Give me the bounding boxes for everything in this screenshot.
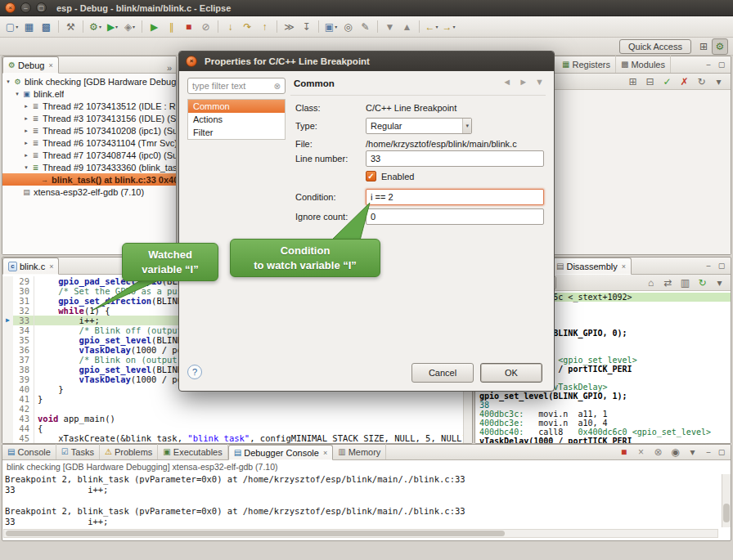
tab-close-icon[interactable]: × [48,61,52,69]
disassembly-view-menu-icon[interactable]: ▾ [712,275,727,290]
code-line[interactable]: 41} [2,394,463,404]
disassembly-line[interactable]: 38 [479,401,731,410]
window-close-button[interactable]: × [5,2,16,13]
window-minimize-button[interactable]: – [20,2,31,13]
collapse-all-icon[interactable]: ⊟ [642,74,658,89]
history-dropdown-icon[interactable]: ▼ [535,77,544,87]
ignore-count-input[interactable]: 0 [366,208,544,225]
toolbar-overflow-icon[interactable]: » [163,63,176,73]
debug-tree-item[interactable]: ▸≣Thread #7 1073408744 (ipc0) (Susp [2,149,176,161]
tree-expander[interactable]: ▸ [22,128,30,134]
step-return-icon[interactable]: ↑ [257,19,272,34]
view-menu-icon[interactable]: ▾ [711,74,726,89]
tree-expander[interactable]: ▸ [22,140,30,146]
tab-debugger-console[interactable]: ▤Debugger Console× [228,445,333,460]
dialog-close-button[interactable]: × [186,56,197,67]
next-annotation-icon[interactable]: ▼ [382,19,398,34]
tab-executables[interactable]: ▣Executables [158,444,227,459]
tab-debug[interactable]: ⚙ Debug × [2,56,59,74]
dialog-filter-input[interactable]: type filter text ⊗ [187,78,286,94]
new-c-project-icon[interactable]: ▣▾ [323,19,339,34]
forward-history-icon[interactable]: →▾ [441,19,456,34]
tab-tasks[interactable]: ☑Tasks [56,444,100,459]
tab-modules[interactable]: ▩Modules [616,56,671,73]
tree-expander[interactable]: ▾ [4,78,12,85]
tab-close-icon[interactable]: × [49,262,53,271]
debug-tree-item[interactable]: ▸≣Thread #5 1073410208 (ipc1) (Susp [2,124,176,137]
code-line[interactable]: 43void app_main() [2,414,463,423]
debug-tree-item[interactable]: ▸≣Thread #6 1073431104 (Tmr Svc) (S [2,137,176,149]
debug-tree-item[interactable]: →blink_task() at blink.c:33 0x400db [2,173,176,186]
disassembly-line[interactable]: 400dbc40: call8 0x400dc6c0 <gpio_set_lev… [479,428,731,437]
remove-all-launches-icon[interactable]: ⊗ [650,445,666,460]
chevron-down-icon[interactable]: ▾ [462,119,471,133]
previous-annotation-icon[interactable]: ▲ [399,19,415,34]
tab-close-icon[interactable]: × [622,262,626,271]
dialog-section-common[interactable]: Common [188,100,285,113]
tab-blink-c[interactable]: c blink.c × [2,258,59,275]
enable-selected-icon[interactable]: ✓ [659,74,675,89]
save-icon[interactable]: ▦ [21,19,37,34]
run-as-icon[interactable]: ▶▾ [105,19,120,34]
code-line[interactable]: 45 xTaskCreate(&blink_task, "blink_task"… [2,433,463,443]
type-dropdown[interactable]: Regular ▾ [366,118,472,134]
debug-tree-item[interactable]: ▾▣blink.elf [2,87,176,100]
maximize-icon[interactable]: ▢ [716,59,727,70]
maximize-icon[interactable]: ▢ [716,446,727,458]
disassembly-line[interactable]: 400dbc3e: movi.n a10, 4 [479,419,731,428]
step-into-icon[interactable]: ↓ [223,19,238,34]
terminate-console-icon[interactable]: ■ [616,445,632,460]
pin-console-icon[interactable]: ◉ [668,445,683,460]
window-titlebar[interactable]: × – ▢ esp - Debug - blink/main/blink.c -… [0,0,733,16]
back-history-icon[interactable]: ←▾ [424,19,439,34]
code-line[interactable]: 42 [2,404,463,414]
expand-all-icon[interactable]: ⊞ [625,74,641,89]
tab-disassembly[interactable]: ▤ Disassembly × [551,258,632,275]
tab-console[interactable]: ▤Console [2,444,56,459]
window-maximize-button[interactable]: ▢ [36,2,47,13]
save-all-icon[interactable]: ▩ [38,19,54,34]
code-line[interactable]: 44{ [2,423,463,433]
tab-problems[interactable]: ⚠Problems [100,444,158,459]
debug-tree-item[interactable]: ▤xtensa-esp32-elf-gdb (7.10) [2,186,176,198]
show-source-icon[interactable]: ▥ [677,275,693,290]
new-wizard-icon[interactable]: ▢▾ [4,19,20,34]
console-horizontal-scrollbar[interactable] [3,529,718,538]
remove-launch-icon[interactable]: × [633,445,649,460]
terminate-icon[interactable]: ■ [181,19,196,34]
external-tools-icon[interactable]: ◈▾ [122,19,137,34]
debug-tree-item[interactable]: ▸≣Thread #3 1073413156 (IDLE) (Susp [2,112,176,124]
sync-active-context-icon[interactable]: ⇄ [660,275,676,290]
console-view-menu-icon[interactable]: ▾ [685,445,700,460]
scrollbar-thumb[interactable] [6,531,505,536]
console-output[interactable]: Breakpoint 2, blink_task (pvParameter=0x… [5,474,718,526]
dialog-titlebar[interactable]: × Properties for C/C++ Line Breakpoint [179,52,554,71]
mark-occurrences-icon[interactable]: ✎ [358,19,373,34]
debug-tree-item[interactable]: ▾⚙blink checking [GDB Hardware Debug [2,75,176,87]
help-button[interactable]: ? [187,365,202,379]
tree-expander[interactable]: ▸ [22,152,30,159]
disable-selected-icon[interactable]: ✗ [677,74,692,89]
debug-perspective-button[interactable]: ⚙ [712,38,728,55]
minimize-icon[interactable]: – [703,59,714,70]
open-perspective-button[interactable]: ⊞ [695,38,712,55]
maximize-icon[interactable]: ▢ [716,260,727,271]
console-vertical-scrollbar[interactable] [722,474,731,527]
cancel-button[interactable]: Cancel [411,363,474,383]
debug-tree-item[interactable]: ▸≣Thread #2 1073413512 (IDLE : Runn [2,100,176,112]
clear-filter-icon[interactable]: ⊗ [274,82,281,91]
enabled-checkbox[interactable]: ✓ [366,171,376,181]
debug-as-icon[interactable]: ⚙▾ [88,19,103,34]
drop-to-frame-icon[interactable]: ↧ [299,19,314,34]
refresh-view-icon[interactable]: ↻ [695,275,710,290]
tab-memory[interactable]: ▥Memory [333,444,386,459]
tree-expander[interactable]: ▸ [22,103,30,110]
build-all-icon[interactable]: ⚒ [63,19,79,34]
home-icon[interactable]: ⌂ [643,275,659,290]
instruction-stepping-icon[interactable]: ≫ [281,19,297,34]
tree-expander[interactable]: ▸ [22,115,30,122]
search-icon[interactable]: ◎ [340,19,356,34]
minimize-icon[interactable]: – [703,446,714,458]
disassembly-line[interactable]: 400dbc3c: movi.n a11, 1 [479,410,731,419]
resume-icon[interactable]: ▶ [146,19,162,34]
